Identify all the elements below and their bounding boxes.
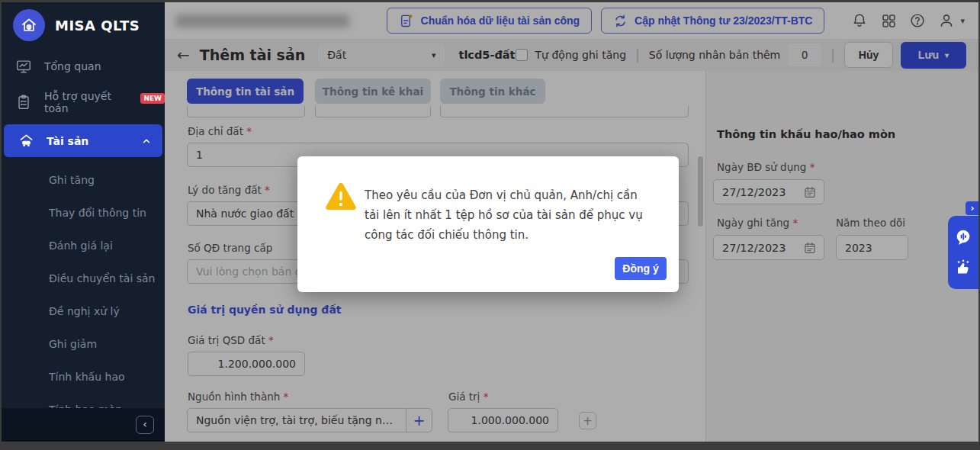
sidebar-collapse-button[interactable]: ‹ (136, 416, 154, 434)
sidebar-item-tong-quan[interactable]: Tổng quan (2, 48, 165, 84)
sidebar-subitem-dieu-chuyen-tai-san[interactable]: Điều chuyển tài sản (2, 262, 165, 294)
sidebar-subitem-thay-doi-thong-tin[interactable]: Thay đổi thông tin (2, 196, 165, 229)
voice-chat-icon[interactable] (954, 228, 972, 246)
app-name: MISA QLTS (55, 18, 140, 34)
sidebar-item-label: Hỗ trợ quyết toán (44, 90, 135, 114)
app-logo: MISA QLTS (2, 2, 165, 48)
dialog-message: Theo yêu cầu của Đơn vị chủ quản, Anh/ch… (365, 185, 653, 245)
sidebar-item-ho-tro-quyet-toan[interactable]: Hỗ trợ quyết toán NEW (2, 84, 165, 120)
asset-submenu: Ghi tăng Thay đổi thông tin Đánh giá lại… (2, 163, 165, 426)
sidebar-subitem-ghi-tang[interactable]: Ghi tăng (2, 163, 165, 196)
app-window: MISA QLTS Tổng quan Hỗ trợ quyết toán NE… (2, 2, 978, 442)
sidebar-item-label: Tổng quan (44, 60, 101, 72)
clipboard-icon (14, 93, 33, 111)
sidebar-subitem-ghi-giam[interactable]: Ghi giảm (2, 327, 165, 360)
sidebar-subitem-danh-gia-lai[interactable]: Đánh giá lại (2, 229, 165, 262)
sidebar-footer: ‹ (2, 408, 165, 442)
new-badge: NEW (140, 93, 165, 104)
sidebar-subitem-tinh-khau-hao[interactable]: Tính khấu hao (2, 360, 165, 393)
sidebar: MISA QLTS Tổng quan Hỗ trợ quyết toán NE… (2, 2, 165, 442)
home-logo-icon (13, 9, 45, 41)
main-area: Chuẩn hóa dữ liệu tài sản công Cập nhật … (165, 2, 978, 442)
rate-thumbs-up-icon[interactable] (954, 259, 972, 277)
asset-car-icon (17, 132, 35, 150)
dashboard-monitor-icon (14, 57, 33, 76)
warning-icon (323, 179, 358, 214)
sidebar-item-label: Tài sản (47, 135, 88, 147)
confirm-button[interactable]: Đồng ý (615, 257, 667, 280)
upload-required-dialog: Theo yêu cầu của Đơn vị chủ quản, Anh/ch… (297, 156, 679, 292)
sidebar-subitem-de-nghi-xu-ly[interactable]: Đề nghị xử lý (2, 294, 165, 327)
feedback-widget (948, 216, 978, 289)
chevron-up-icon[interactable] (141, 136, 152, 146)
sidebar-item-tai-san[interactable]: Tài sản (4, 124, 162, 157)
widget-expand-tab[interactable]: › (966, 201, 978, 215)
